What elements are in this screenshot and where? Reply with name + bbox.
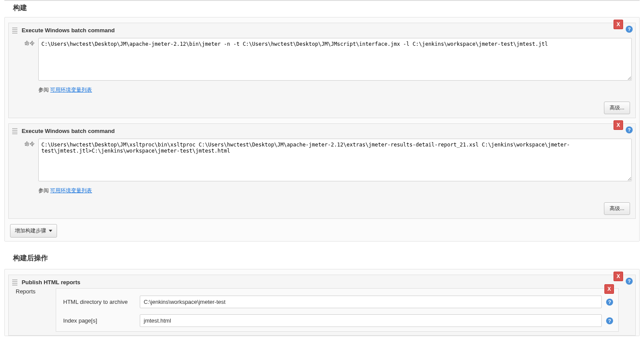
post-build-container: X ? Publish HTML reports Reports X HTML … [4,269,640,336]
caret-down-icon [49,230,52,232]
delete-step-button[interactable]: X [614,20,623,29]
step-header: Execute Windows batch command [22,128,115,134]
publish-html-step: X ? Publish HTML reports Reports X HTML … [8,275,636,336]
help-icon[interactable]: ? [626,126,633,133]
reports-panel: X HTML directory to archive ? Index page… [56,288,619,332]
advanced-button[interactable]: 高级... [604,102,630,114]
delete-report-button[interactable]: X [604,284,614,294]
command-textarea[interactable] [38,139,632,181]
delete-step-button[interactable]: X [614,272,623,281]
help-icon[interactable]: ? [606,299,613,306]
command-label: 命令 [12,38,38,47]
helper-text: 参阅 可用环境变量列表 [38,86,632,94]
post-build-section-title: 构建后操作 [13,254,640,263]
advanced-button[interactable]: 高级... [604,202,630,215]
build-container: X ? Execute Windows batch command 命令 参阅 … [4,17,640,242]
add-step-label: 增加构建步骤 [15,227,46,235]
help-icon[interactable]: ? [606,317,613,324]
env-vars-link[interactable]: 可用环境变量列表 [50,187,92,194]
html-dir-input[interactable] [140,296,602,308]
reports-label: Reports [12,288,56,332]
help-icon[interactable]: ? [626,26,633,33]
command-textarea[interactable] [38,38,632,81]
drag-handle-icon[interactable] [12,27,17,34]
build-step: X ? Execute Windows batch command 命令 参阅 … [8,123,636,219]
help-icon[interactable]: ? [626,278,633,285]
tab-strip [4,0,640,1]
publish-header: Publish HTML reports [22,279,81,286]
drag-handle-icon[interactable] [12,279,17,286]
html-dir-label: HTML directory to archive [61,299,140,305]
index-page-input[interactable] [140,314,602,327]
command-label: 命令 [12,139,38,148]
add-build-step-button[interactable]: 增加构建步骤 [10,224,57,238]
drag-handle-icon[interactable] [12,128,17,134]
step-header: Execute Windows batch command [22,27,115,34]
helper-text: 参阅 可用环境变量列表 [38,187,632,194]
env-vars-link[interactable]: 可用环境变量列表 [50,87,92,93]
build-step: X ? Execute Windows batch command 命令 参阅 … [8,23,636,118]
build-section-title: 构建 [4,3,640,17]
index-page-label: Index page[s] [61,317,140,324]
delete-step-button[interactable]: X [614,120,623,130]
